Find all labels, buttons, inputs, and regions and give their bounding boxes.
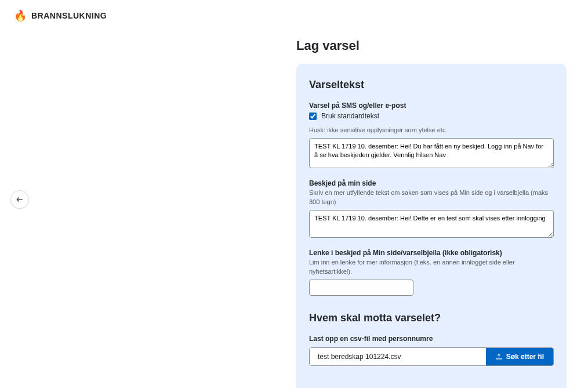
upload-field-group: Last opp en csv-fil med personnumre test… xyxy=(309,335,554,366)
arrow-left-icon xyxy=(16,195,24,204)
lenke-description: Lim inn en lenke for mer informasjon (f.… xyxy=(309,258,554,276)
sms-textarea[interactable] xyxy=(309,138,554,168)
form-card: Varseltekst Varsel på SMS og/eller e-pos… xyxy=(296,64,567,388)
fire-icon: 🔥 xyxy=(14,9,27,22)
back-button[interactable] xyxy=(10,190,29,209)
upload-label: Last opp en csv-fil med personnumre xyxy=(309,335,554,343)
sms-label: Varsel på SMS og/eller e-post xyxy=(309,101,554,110)
lenke-field-group: Lenke i beskjed på Min side/varselbjella… xyxy=(309,249,554,296)
file-upload-row: test beredskap 101224.csv Søk etter fil xyxy=(309,347,554,366)
varseltekst-title: Varseltekst xyxy=(309,79,554,91)
uploaded-file-name: test beredskap 101224.csv xyxy=(310,348,486,365)
standardtext-checkbox-label[interactable]: Bruk standardtekst xyxy=(321,112,379,120)
lenke-input[interactable] xyxy=(309,280,413,296)
recipients-title: Hvem skal motta varselet? xyxy=(309,312,554,324)
upload-icon xyxy=(495,353,503,360)
minside-description: Skriv en mer utfyllende tekst om saken s… xyxy=(309,188,554,206)
lenke-label: Lenke i beskjed på Min side/varselbjella… xyxy=(309,249,554,257)
page-heading: Lag varsel xyxy=(296,38,567,53)
minside-label: Beskjed på min side xyxy=(309,179,554,187)
standardtext-checkbox[interactable] xyxy=(309,113,317,120)
search-file-button[interactable]: Søk etter fil xyxy=(486,348,553,365)
app-header: 🔥 BRANNSLUKNING xyxy=(0,0,588,31)
minside-field-group: Beskjed på min side Skriv en mer utfylle… xyxy=(309,179,554,240)
search-file-button-label: Søk etter fil xyxy=(506,353,544,361)
app-title: BRANNSLUKNING xyxy=(31,11,107,20)
minside-textarea[interactable] xyxy=(309,210,554,238)
sms-field-group: Varsel på SMS og/eller e-post Bruk stand… xyxy=(309,101,554,170)
sms-description: Husk: ikke sensitive opplysninger som yt… xyxy=(309,126,554,135)
main-content: Lag varsel Varseltekst Varsel på SMS og/… xyxy=(10,31,578,388)
